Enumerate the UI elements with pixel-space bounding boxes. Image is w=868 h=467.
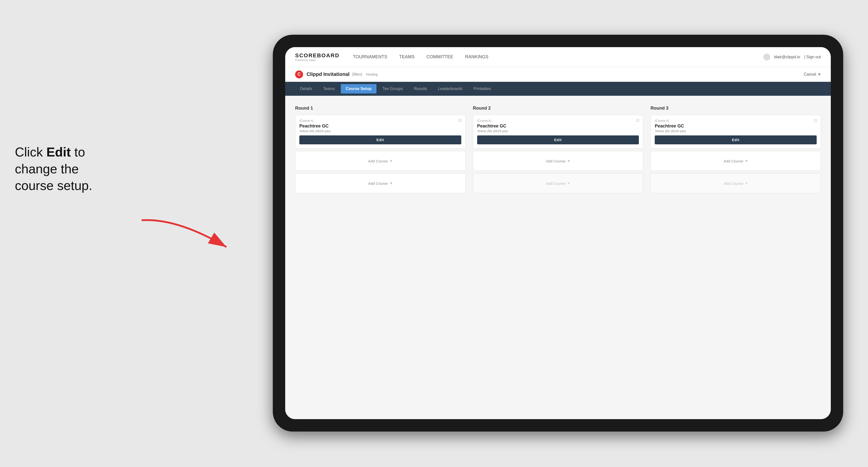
sign-out-link[interactable]: | Sign out: [804, 55, 821, 59]
nav-right: blair@clippd.io | Sign out: [763, 54, 821, 61]
tab-course-setup[interactable]: Course Setup: [341, 84, 376, 93]
plus-icon-r1-2: +: [390, 181, 393, 186]
tab-leaderboards[interactable]: Leaderboards: [433, 84, 467, 93]
logo-subtitle: Powered by clippd: [295, 59, 340, 62]
round-2-title: Round 2: [473, 106, 643, 111]
round-3-add-course-1[interactable]: Add Course +: [651, 151, 821, 171]
round-3-course-name: Peachtree GC: [655, 124, 817, 129]
nav-tournaments[interactable]: TOURNAMENTS: [352, 52, 389, 62]
tablet-frame: SCOREBOARD Powered by clippd TOURNAMENTS…: [273, 35, 843, 432]
round-1-column: Round 1 ⊡ (Course A) Peachtree GC Yellow…: [295, 106, 465, 196]
tab-tee-groups[interactable]: Tee Groups: [377, 84, 408, 93]
tab-results[interactable]: Results: [409, 84, 432, 93]
plus-icon-r2-1: +: [567, 158, 570, 164]
round-1-course-card: ⊡ (Course A) Peachtree GC Yellow (M) (66…: [295, 115, 465, 149]
round-3-course-card: ⊡ (Course A) Peachtree GC Yellow (M) (66…: [651, 115, 821, 149]
scoreboard-logo: SCOREBOARD: [295, 52, 340, 59]
plus-icon-r3-2: +: [745, 181, 748, 186]
logo-area: SCOREBOARD Powered by clippd: [295, 52, 340, 62]
round-2-edit-button[interactable]: Edit: [477, 135, 639, 144]
round-3-edit-button[interactable]: Edit: [655, 135, 817, 144]
user-avatar: [763, 54, 770, 61]
tablet-screen: SCOREBOARD Powered by clippd TOURNAMENTS…: [285, 47, 831, 419]
round-2-course-card: ⊡ (Course A) Peachtree GC Yellow (M) (66…: [473, 115, 643, 149]
tournament-logo-icon: C: [295, 70, 303, 79]
annotation-text: Click Edit tochange thecourse setup.: [15, 144, 92, 194]
round-3-delete-icon[interactable]: ⊡: [813, 118, 818, 123]
round-1-edit-button[interactable]: Edit: [299, 135, 461, 144]
round-1-course-name: Peachtree GC: [299, 124, 461, 129]
round-3-add-course-2: Add Course +: [651, 174, 821, 193]
round-1-add-course-2[interactable]: Add Course +: [295, 174, 465, 193]
round-1-delete-icon[interactable]: ⊡: [457, 118, 463, 123]
main-content: Round 1 ⊡ (Course A) Peachtree GC Yellow…: [285, 96, 831, 419]
round-1-title: Round 1: [295, 106, 465, 111]
round-2-course-details: Yellow (M) (6629 yds): [477, 129, 639, 133]
bold-edit: Edit: [46, 145, 71, 159]
plus-icon-r3-1: +: [745, 158, 748, 164]
plus-icon-r1-1: +: [390, 158, 393, 164]
tab-details[interactable]: Details: [295, 84, 317, 93]
tournament-title: Clippd Invitational: [307, 71, 349, 77]
round-2-add-course-2: Add Course +: [473, 174, 643, 193]
round-2-course-name: Peachtree GC: [477, 124, 639, 129]
nav-items: TOURNAMENTS TEAMS COMMITTEE RANKINGS: [352, 52, 763, 62]
round-2-delete-icon[interactable]: ⊡: [635, 118, 640, 123]
tab-bar: Details Teams Course Setup Tee Groups Re…: [285, 82, 831, 96]
nav-committee[interactable]: COMMITTEE: [426, 52, 454, 62]
round-2-course-label: (Course A): [477, 119, 639, 123]
cancel-button[interactable]: Cancel ✕: [804, 72, 821, 76]
arrow-pointer: [119, 216, 258, 260]
top-nav: SCOREBOARD Powered by clippd TOURNAMENTS…: [285, 47, 831, 67]
round-1-course-details: Yellow (M) (6629 yds): [299, 129, 461, 133]
tournament-gender: (Men): [352, 72, 362, 76]
round-3-title: Round 3: [651, 106, 821, 111]
nav-rankings[interactable]: RANKINGS: [464, 52, 490, 62]
round-3-course-label: (Course A): [655, 119, 817, 123]
round-3-course-details: Yellow (M) (6629 yds): [655, 129, 817, 133]
plus-icon-r2-2: +: [567, 181, 570, 186]
round-1-course-label: (Course A): [299, 119, 461, 123]
tab-printables[interactable]: Printables: [468, 84, 496, 93]
round-1-add-course-1[interactable]: Add Course +: [295, 151, 465, 171]
hosting-badge: Hosting: [366, 72, 377, 76]
tab-teams[interactable]: Teams: [318, 84, 340, 93]
nav-teams[interactable]: TEAMS: [398, 52, 416, 62]
tournament-bar: C Clippd Invitational (Men) Hosting Canc…: [285, 67, 831, 82]
round-2-column: Round 2 ⊡ (Course A) Peachtree GC Yellow…: [473, 106, 643, 196]
rounds-grid: Round 1 ⊡ (Course A) Peachtree GC Yellow…: [295, 106, 821, 196]
round-3-column: Round 3 ⊡ (Course A) Peachtree GC Yellow…: [651, 106, 821, 196]
user-email: blair@clippd.io: [774, 55, 800, 59]
round-2-add-course-1[interactable]: Add Course +: [473, 151, 643, 171]
